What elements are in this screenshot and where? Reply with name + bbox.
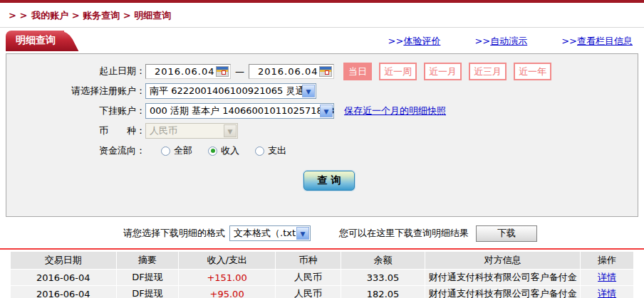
breadcrumb: > >我的账户账务查询明细查询 [0,3,644,28]
registered-account-value: 南平 6222001406100921065 灵通卡 [150,85,313,97]
chevron-down-icon[interactable]: ▼ [320,105,333,117]
red-divider [0,248,644,250]
table-row: 2016-06-04 DF提现 +151.00 人民币 333.05 财付通支付… [11,270,633,285]
header-link-label: 查看栏目信息 [577,36,633,46]
cell-currency: 人民币 [276,286,341,298]
cell-date: 2016-06-04 [11,286,116,298]
header-link-label: 自动演示 [490,36,527,46]
cell-summary: DF提现 [117,270,179,285]
radio-icon[interactable] [208,147,217,156]
fund-flow-label: 资金流向： [6,144,145,157]
cell-date: 2016-06-04 [11,270,116,285]
date-separator: — [235,66,244,77]
registered-account-label: 请选择注册账户： [6,85,145,97]
query-form-panel: 起止日期： 2016.06.04 — 2016.06.04 当日 近一周 近一月… [6,53,638,217]
date-to-input[interactable]: 2016.06.04 [249,64,334,79]
quick-range-button[interactable]: 近一年 [514,63,551,80]
cell-action: 详情 [581,286,633,298]
double-chevron-icon: >> [388,36,404,46]
quick-range-button[interactable]: 当日 [343,63,372,80]
currency-value: 人民币 [150,124,177,137]
registered-account-select[interactable]: 南平 6222001406100921065 灵通卡 ▼ [145,83,316,99]
download-format-select[interactable]: 文本格式（.txt） ▼ [229,225,311,241]
cell-amount: +151.00 [179,270,275,285]
fund-flow-option[interactable]: 支出 [255,144,286,157]
breadcrumb-arrows-icon: > > [9,10,27,21]
fund-flow-option[interactable]: 收入 [208,144,239,157]
sub-account-select[interactable]: 000 活期 基本户 1406600101102571848 ▼ [145,103,334,119]
date-range-label: 起止日期： [6,65,145,78]
registered-account-row: 请选择注册账户： 南平 6222001406100921065 灵通卡 ▼ [6,83,638,100]
cell-balance: 182.05 [341,286,425,298]
header-link[interactable]: >>体验评价 [388,35,441,48]
tab-detail-query[interactable]: 明细查询 [6,31,64,51]
download-hint: 您可以在这里下载查询明细结果 [339,227,469,240]
currency-select: 人民币 ▼ [145,123,238,139]
sub-account-value: 000 活期 基本户 1406600101102571848 [150,105,334,117]
cell-summary: DF提现 [117,286,179,298]
radio-icon[interactable] [161,147,170,156]
download-button[interactable]: 下载 [476,225,537,242]
header-link[interactable]: >>自动演示 [474,35,527,48]
quick-range-button[interactable]: 近一月 [424,63,462,80]
tab-row: 明细查询 >>体验评价 >>自动演示 >>查看栏目信息 [6,31,638,50]
cell-counterparty: 财付通支付科技有限公司客户备付金 [425,286,580,298]
detail-link[interactable]: 详情 [598,272,616,282]
breadcrumb-item[interactable]: 明细查询 [120,10,171,21]
cell-counterparty: 财付通支付科技有限公司客户备付金 [425,270,580,285]
transaction-table: 交易日期摘要收入/支出币种余额对方信息操作 2016-06-04 DF提现 +1… [10,251,634,298]
date-from-input[interactable]: 2016.06.04 [145,64,231,79]
header-links: >>体验评价 >>自动演示 >>查看栏目信息 [388,35,633,48]
chevron-down-icon: ▼ [224,124,237,137]
chevron-down-icon[interactable]: ▼ [296,227,309,240]
quick-range-button[interactable]: 近一周 [379,63,417,80]
table-header-cell: 币种 [276,252,341,269]
currency-row: 币 种： 人民币 ▼ [6,122,638,139]
detail-link[interactable]: 详情 [598,288,616,298]
query-button[interactable]: 查 询 [303,171,355,191]
radio-icon[interactable] [255,147,264,156]
fund-flow-row: 资金流向： 全部 收入 支出 [6,142,638,159]
fund-flow-option-label: 收入 [221,144,239,157]
date-range-row: 起止日期： 2016.06.04 — 2016.06.04 当日 近一周 近一月… [6,63,638,80]
query-button-row: 查 询 [6,171,638,191]
table-row: 2016-06-04 DF提现 +95.00 人民币 182.05 财付通支付科… [11,286,633,298]
double-chevron-icon: >> [561,36,577,46]
sub-account-label: 下挂账户： [6,105,145,117]
cell-action: 详情 [581,270,633,285]
download-format-value: 文本格式（.txt） [234,227,305,240]
table-header-cell: 摘要 [117,252,179,269]
quick-range-button[interactable]: 近三月 [469,63,507,80]
cell-amount: +95.00 [179,286,275,298]
sub-account-row: 下挂账户： 000 活期 基本户 1406600101102571848 ▼ 保… [6,102,638,119]
table-header-cell: 余额 [341,252,425,269]
calendar-icon[interactable] [319,66,332,77]
cell-currency: 人民币 [276,270,341,285]
currency-label: 币 种： [6,124,145,137]
header-link-label: 体验评价 [403,36,440,46]
header-link[interactable]: >>查看栏目信息 [561,35,633,48]
cell-balance: 333.05 [341,270,425,285]
double-chevron-icon: >> [474,36,490,46]
breadcrumb-item[interactable]: 我的账户 [31,10,68,21]
download-row: 请您选择下载明细的格式 文本格式（.txt） ▼ 您可以在这里下载查询明细结果 … [0,224,644,243]
table-header-cell: 收入/支出 [179,252,275,269]
date-to-value: 2016.06.04 [258,66,318,77]
calendar-icon[interactable] [216,66,229,77]
fund-flow-option-label: 全部 [174,144,192,157]
table-header-cell: 对方信息 [425,252,580,269]
table-header-cell: 操作 [581,252,633,269]
table-header-cell: 交易日期 [11,252,116,269]
download-format-label: 请您选择下载明细的格式 [123,227,225,240]
save-snapshot-link[interactable]: 保存近一个月的明细快照 [344,105,446,117]
chevron-down-icon[interactable]: ▼ [302,85,315,97]
date-from-value: 2016.06.04 [155,66,214,77]
table-header-row: 交易日期摘要收入/支出币种余额对方信息操作 [11,252,633,269]
fund-flow-option-label: 支出 [268,144,286,157]
fund-flow-option[interactable]: 全部 [161,144,192,157]
breadcrumb-item[interactable]: 账务查询 [68,10,120,21]
